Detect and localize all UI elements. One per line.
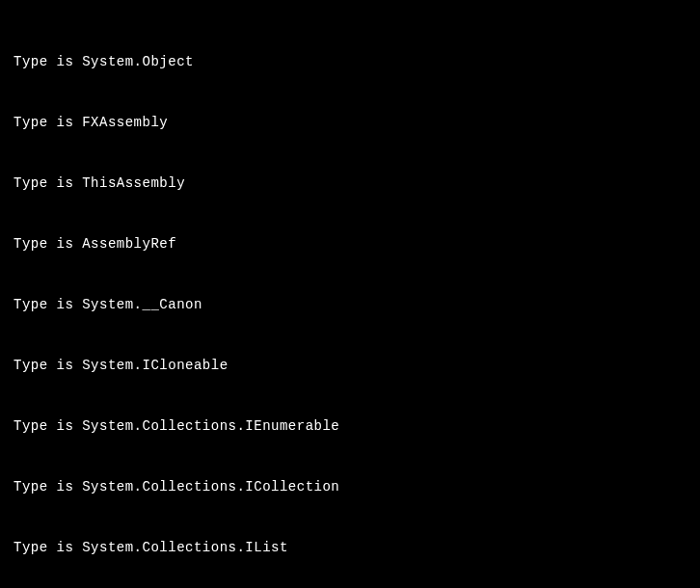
output-line: Type is FXAssembly bbox=[13, 113, 687, 133]
output-line: Type is System.Object bbox=[13, 52, 687, 72]
output-line: Type is System.Collections.IList bbox=[13, 538, 687, 558]
output-line: Type is ThisAssembly bbox=[13, 174, 687, 194]
output-line: Type is System.Collections.ICollection bbox=[13, 477, 687, 497]
terminal-output: Type is System.Object Type is FXAssembly… bbox=[13, 12, 687, 588]
output-line: Type is System.__Canon bbox=[13, 295, 687, 315]
output-line: Type is System.ICloneable bbox=[13, 356, 687, 376]
output-line: Type is System.Collections.IEnumerable bbox=[13, 416, 687, 437]
output-line: Type is AssemblyRef bbox=[13, 234, 687, 254]
